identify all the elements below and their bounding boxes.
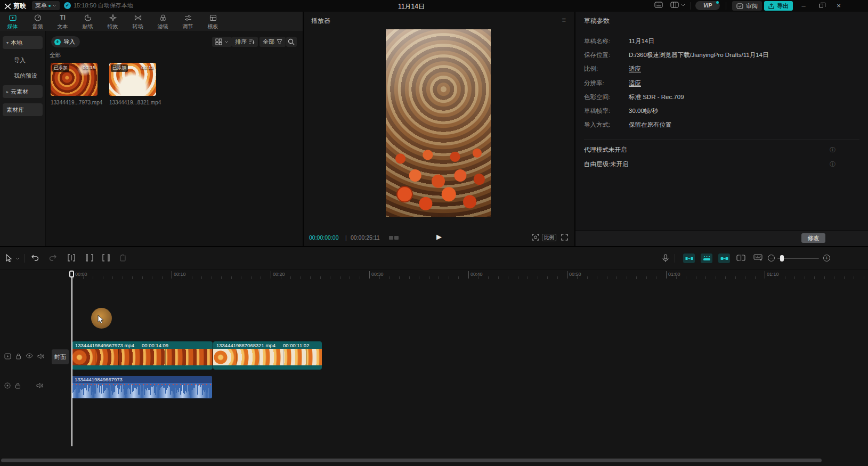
tab-media[interactable]: 媒体 [0,12,25,31]
play-button[interactable]: ▶ [436,233,442,241]
timeline-ruler[interactable]: 00:00 00:10 00:20 00:30 00:40 00:50 01:0… [0,269,868,281]
ruler-label: 01:10 [765,271,779,278]
sidebar-item-local[interactable]: ▾ 本地 [3,36,43,49]
menu-button[interactable]: 菜单 [32,1,60,10]
chevron-down-icon[interactable] [681,4,685,6]
tab-effects[interactable]: 特效 [100,12,125,31]
timeline-audio-clip[interactable]: 13344419849667973 [72,376,212,398]
added-badge: 已添加 [52,64,69,72]
video-preview[interactable] [386,29,491,217]
tab-templates[interactable]: 模板 [200,12,225,31]
mute-icon[interactable] [37,353,44,359]
view-mode-button[interactable] [212,37,232,47]
chevron-down-icon[interactable] [15,257,20,260]
modify-button[interactable]: 修改 [801,233,825,243]
media-item[interactable]: 已添加 00:12 13344419...8321.mp4 [109,63,156,105]
search-button[interactable] [286,37,297,47]
fullscreen-icon[interactable] [561,234,568,241]
eye-icon[interactable] [26,353,33,358]
minimize-button[interactable]: – [796,0,811,12]
sidebar-item-import[interactable]: 导入 [14,56,45,64]
info-icon[interactable]: ⓘ [830,146,835,154]
sidebar-item-presets[interactable]: 我的预设 [14,72,45,80]
redo-icon[interactable] [49,254,57,261]
zoom-slider-knob[interactable] [780,255,784,261]
zoom-out-button[interactable]: − [768,255,775,261]
review-button[interactable]: 审阅 [732,1,762,11]
record-voiceover-icon[interactable] [662,254,669,263]
param-row: 代理模式 未开启 ⓘ [584,143,859,157]
tab-label: 模板 [208,23,218,30]
vip-button[interactable]: VIP [695,1,720,10]
cover-button[interactable]: 封面 [52,349,69,364]
plus-icon: + [54,39,61,45]
tab-sticker[interactable]: 贴纸 [75,12,100,31]
preview-axis-icon[interactable] [736,254,745,261]
mouse-cursor [98,315,105,324]
select-tool-icon[interactable] [5,254,12,262]
main-track-magnet-toggle[interactable] [683,254,695,263]
divider [726,2,726,10]
tab-audio[interactable]: 音频 [25,12,50,31]
ratio-button[interactable]: 比例 [542,234,556,241]
snapshot-icon[interactable] [532,234,539,241]
player-menu-icon[interactable]: ≡ [562,16,566,24]
import-button[interactable]: + 导入 [51,36,80,47]
linkage-toggle[interactable] [718,254,730,263]
media-thumbnail: 已添加 00:15 [51,63,98,96]
menu-dot-icon [48,5,51,7]
clip-filename: 13344419849667973.mp4 [75,342,134,348]
track-toggle-icon[interactable] [4,382,11,389]
tab-adjust[interactable]: 调节 [175,12,200,31]
maximize-button[interactable] [814,0,829,12]
close-button[interactable]: × [831,0,846,12]
ruler-label: 00:20 [271,271,285,278]
timeline-video-clip-2[interactable]: 13344419887068321.mp4 00:00:11:02 [213,341,322,370]
keyboard-shortcuts-icon[interactable] [654,2,663,8]
param-row: 导入方式:保留在原有位置 [584,118,859,132]
undo-icon[interactable] [31,254,39,261]
preview-quality-icon[interactable] [389,236,399,240]
restore-icon [819,4,823,7]
duration-label: 00:12 [141,64,154,70]
sticker-icon [84,13,92,22]
info-icon[interactable]: ⓘ [830,160,835,168]
divider [24,254,25,263]
sort-button[interactable]: 排序 [232,37,258,47]
audio-track-controls [4,382,43,389]
timeline-video-clip-1[interactable]: 13344419849667973.mp4 00:00:14:09 [72,341,213,370]
tab-text[interactable]: TI 文本 [50,12,75,31]
playhead-handle[interactable] [69,271,74,277]
timeline: − + 00:00 00:10 00:20 00:30 00:40 00:50 … [0,247,868,466]
layout-switch-icon[interactable] [670,2,679,8]
shortcut-keys-icon[interactable] [753,254,762,261]
divider [691,2,691,10]
transitions-icon [134,13,142,22]
export-button[interactable]: 导出 [764,1,793,11]
section-label: 全部 [50,52,61,59]
review-icon [736,3,743,9]
params-title: 草稿参数 [584,17,610,26]
track-type-icon[interactable] [4,353,11,359]
split-icon[interactable] [67,254,76,261]
zoom-in-button[interactable]: + [823,255,830,261]
draft-params-panel: 草稿参数 草稿名称:11月14日 保存位置:D:/360极速浏览器下载/Jian… [575,12,868,246]
filter-button[interactable]: 全部 [259,37,286,47]
sidebar-item-cloud[interactable]: ▸ 云素材 [3,85,43,98]
tab-label: 特效 [108,23,118,30]
horizontal-scrollbar[interactable] [1,459,822,462]
trim-right-icon[interactable] [102,254,111,261]
trim-left-icon[interactable] [85,254,93,261]
tab-filters[interactable]: 滤镜 [150,12,175,31]
lock-icon[interactable] [15,353,21,359]
playhead[interactable] [71,271,72,446]
delete-icon[interactable] [119,254,126,261]
timeline-zoom-slider[interactable] [777,258,819,259]
media-item[interactable]: 已添加 00:15 13344419...7973.mp4 [51,63,98,105]
sidebar-item-library[interactable]: 素材库 [3,103,43,116]
lock-icon[interactable] [15,382,21,389]
divider [675,254,675,263]
auto-snap-toggle[interactable] [701,254,712,263]
mute-icon[interactable] [36,382,43,389]
tab-transitions[interactable]: 转场 [125,12,150,31]
